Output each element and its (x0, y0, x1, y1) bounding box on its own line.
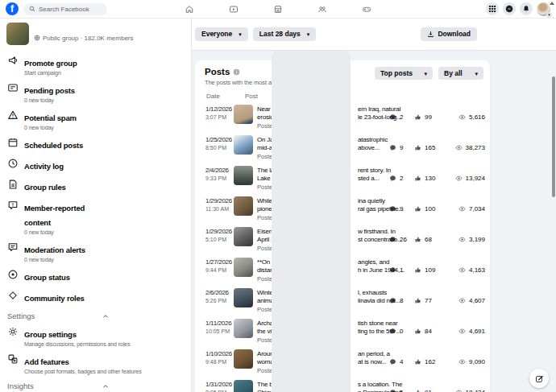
sidebar-item-member-reported-content[interactable]: Member-reported content0 new today (3, 196, 113, 238)
insights-board: Posts The posts with the most activity i… (192, 50, 556, 392)
post-thumbnail[interactable] (234, 135, 253, 155)
facebook-logo[interactable]: f (6, 2, 19, 15)
facebook-group-admin-page: f Search Facebook (0, 0, 556, 392)
chevron-up-icon (102, 383, 109, 390)
view-count: 4,163 (469, 266, 485, 274)
groups-icon[interactable] (318, 5, 327, 14)
sort-dropdown[interactable]: Top posts (375, 67, 433, 80)
like-icon (414, 205, 421, 213)
post-thumbnail[interactable] (234, 105, 253, 124)
post-thumbnail[interactable] (234, 319, 253, 338)
like-count: 109 (425, 266, 435, 274)
calendar-icon (7, 137, 19, 148)
views-icon (458, 328, 466, 335)
like-icon (414, 144, 421, 151)
like-icon (414, 266, 421, 274)
like-count: 77 (425, 297, 432, 304)
sidebar-item-group-status[interactable]: Group status (3, 266, 113, 287)
sidebar-item-group-settings[interactable]: Group settingsManage discussions, permis… (3, 323, 113, 350)
like-count: 68 (425, 236, 432, 243)
marketplace-icon[interactable] (274, 5, 283, 14)
post-time: 9:33 PM (205, 175, 233, 181)
apps-grid-icon[interactable] (486, 2, 499, 15)
post-time: 5:26 PM (205, 298, 233, 303)
post-time: 11:30 AM (205, 206, 233, 212)
group-header[interactable]: Public group · 182.0K members (0, 18, 191, 50)
scrollbar-up-arrow[interactable] (550, 2, 554, 5)
views-icon (455, 389, 463, 392)
video-icon[interactable] (230, 5, 239, 14)
post-thumbnail[interactable] (234, 288, 253, 307)
chevron-down-icon: ▾ (546, 12, 552, 18)
post-time: 8:50 PM (205, 145, 233, 151)
date-range-dropdown[interactable]: Last 28 days (253, 27, 317, 41)
add-features-icon (7, 353, 19, 365)
like-count: 130 (425, 175, 435, 182)
post-thumbnail[interactable] (234, 380, 253, 392)
alert-bubble-icon (7, 241, 19, 253)
like-count: 91 (425, 389, 432, 392)
post-thumbnail[interactable] (234, 166, 253, 185)
sidebar-item-activity-log[interactable]: Activity log (3, 155, 113, 175)
post-thumbnail[interactable] (234, 196, 253, 216)
profile-avatar[interactable]: ▾ (537, 2, 550, 16)
group-avatar[interactable] (6, 23, 29, 45)
group-privacy-line: Public group · 182.0K members (34, 35, 134, 42)
audience-dropdown[interactable]: Everyone (195, 27, 248, 41)
sidebar-item-potential-spam[interactable]: Potential spam0 new today (3, 106, 113, 134)
diamond-icon (7, 290, 19, 301)
post-thumbnail[interactable] (234, 349, 253, 369)
post-date: 1/31/2026 (205, 381, 233, 388)
view-count: 18,434 (466, 389, 485, 392)
status-badge-icon (7, 269, 19, 280)
clock-icon (7, 158, 19, 169)
compose-button[interactable] (529, 369, 549, 388)
search-input[interactable]: Search Facebook (23, 3, 107, 15)
megaphone-icon (7, 55, 19, 66)
post-date: 2/4/2026 (205, 167, 233, 174)
post-time: 9:48 PM (205, 359, 233, 365)
view-count: 4,691 (469, 328, 485, 335)
chevron-down-icon (475, 69, 478, 77)
views-icon (458, 113, 466, 121)
section-insights[interactable]: Insights (3, 378, 113, 392)
like-icon (414, 236, 421, 243)
gear-icon (7, 326, 19, 337)
sidebar-item-add-features[interactable]: Add featuresChoose post formats, badges … (3, 350, 113, 378)
page-scrollbar[interactable] (552, 76, 555, 197)
post-thumbnail[interactable] (234, 227, 253, 246)
sidebar-item-scheduled-posts[interactable]: Scheduled posts (3, 134, 113, 155)
gaming-icon[interactable] (363, 5, 371, 14)
chevron-down-icon (424, 69, 427, 77)
compose-icon (535, 374, 544, 383)
views-icon (458, 266, 466, 274)
download-button[interactable]: Download (421, 27, 477, 41)
section-settings[interactable]: Settings (3, 307, 113, 323)
globe-icon (34, 35, 40, 41)
info-icon[interactable] (233, 68, 240, 76)
like-icon (414, 328, 421, 335)
post-thumbnail[interactable] (234, 258, 253, 277)
sidebar-item-pending-posts[interactable]: Pending posts0 new today (3, 79, 113, 106)
post-time: 5:10 PM (205, 237, 233, 242)
views-icon (455, 175, 463, 182)
like-count: 162 (425, 358, 435, 365)
like-count: 84 (425, 328, 432, 335)
views-icon (458, 205, 466, 213)
chevron-down-icon (239, 30, 242, 38)
home-icon[interactable] (185, 5, 194, 14)
sidebar-item-group-rules[interactable]: Group rules (3, 175, 113, 196)
topbar-account-controls: ▾ (486, 2, 550, 16)
sidebar-item-community-roles[interactable]: Community roles (3, 287, 113, 307)
messenger-icon[interactable] (503, 2, 516, 15)
post-time: 10:05 PM (205, 328, 233, 334)
sidebar-item-promote-group[interactable]: Promote groupStart campaign (3, 52, 113, 79)
post-date: 1/10/2026 (205, 350, 233, 357)
sidebar-item-moderation-alerts[interactable]: Moderation alerts0 new today (3, 238, 113, 266)
chevron-up-icon (102, 313, 109, 320)
by-filter-dropdown[interactable]: By all (438, 67, 483, 80)
notifications-bell-icon[interactable] (520, 2, 533, 15)
view-count: 4,607 (469, 297, 485, 304)
views-icon (458, 236, 466, 243)
views-icon (458, 297, 466, 304)
